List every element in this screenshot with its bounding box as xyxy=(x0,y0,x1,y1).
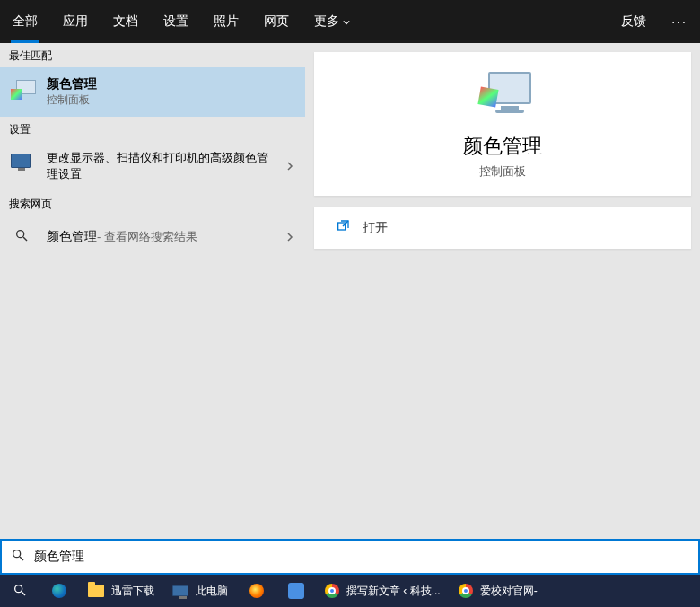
tab-label: 照片 xyxy=(214,13,239,30)
search-box[interactable] xyxy=(0,539,700,575)
detail-title: 颜色管理 xyxy=(463,133,542,160)
taskbar-blue-app[interactable] xyxy=(276,575,316,607)
detail-header-card: 颜色管理 控制面板 xyxy=(314,52,691,196)
tab-label: 应用 xyxy=(63,13,88,30)
taskbar-chrome-aixiaodui[interactable]: 爱校对官网- xyxy=(450,575,547,607)
detail-subtitle: 控制面板 xyxy=(479,163,526,180)
feedback-button[interactable]: 反馈 xyxy=(608,13,659,30)
detail-actions: 打开 xyxy=(314,207,691,249)
chevron-right-icon xyxy=(285,158,294,174)
edge-icon xyxy=(52,584,66,598)
search-icon xyxy=(13,583,27,600)
tab-apps[interactable]: 应用 xyxy=(50,0,101,43)
result-best-match[interactable]: 颜色管理 控制面板 xyxy=(0,67,305,117)
result-title: 颜色管理 xyxy=(47,229,97,245)
tab-more[interactable]: 更多 xyxy=(302,0,363,43)
open-icon xyxy=(336,219,350,236)
app-icon xyxy=(288,583,304,599)
svg-line-1 xyxy=(23,237,27,241)
taskbar-label: 撰写新文章 ‹ 科技... xyxy=(346,584,441,599)
tab-all[interactable]: 全部 xyxy=(0,0,50,43)
result-text: 颜色管理 控制面板 xyxy=(47,76,97,108)
taskbar-chrome-article[interactable]: 撰写新文章 ‹ 科技... xyxy=(316,575,450,607)
result-title: 颜色管理 xyxy=(47,76,97,92)
color-management-icon xyxy=(11,80,36,105)
result-subtitle: 控制面板 xyxy=(47,92,97,108)
tab-photos[interactable]: 照片 xyxy=(201,0,251,43)
tab-label: 更多 xyxy=(314,13,339,30)
section-header-settings: 设置 xyxy=(0,117,305,141)
svg-point-0 xyxy=(17,231,24,238)
svg-point-5 xyxy=(15,585,22,592)
tab-label: 设置 xyxy=(163,13,188,30)
tab-settings[interactable]: 设置 xyxy=(151,0,201,43)
taskbar-explorer-xunlei[interactable]: 迅雷下载 xyxy=(79,575,163,607)
svg-point-3 xyxy=(13,550,21,558)
open-label: 打开 xyxy=(363,220,388,236)
result-title: 更改显示器、扫描仪和打印机的高级颜色管理设置 xyxy=(47,150,275,182)
tab-label: 文档 xyxy=(113,13,138,30)
result-suffix: - 查看网络搜索结果 xyxy=(97,229,197,245)
result-web-search[interactable]: 颜色管理 - 查看网络搜索结果 xyxy=(0,216,305,259)
chevron-down-icon xyxy=(343,14,350,29)
result-text: 更改显示器、扫描仪和打印机的高级颜色管理设置 xyxy=(47,150,275,182)
start-search-button[interactable] xyxy=(0,575,39,607)
feedback-label: 反馈 xyxy=(621,13,646,28)
svg-line-6 xyxy=(22,592,25,595)
taskbar: 迅雷下载 此电脑 撰写新文章 ‹ 科技... 爱校对官网- xyxy=(0,575,700,607)
open-action[interactable]: 打开 xyxy=(314,207,691,249)
svg-line-4 xyxy=(20,557,23,560)
chevron-right-icon xyxy=(285,229,294,245)
color-management-icon xyxy=(474,72,531,122)
more-horizontal-icon: ··· xyxy=(671,14,687,29)
search-results-panel: 最佳匹配 颜色管理 控制面板 设置 更改显示器、扫描仪和打印机的高级颜色管理设置… xyxy=(0,43,305,539)
section-header-best-match: 最佳匹配 xyxy=(0,43,305,67)
taskbar-edge[interactable] xyxy=(39,575,79,607)
chrome-icon xyxy=(459,584,473,598)
taskbar-label: 爱校对官网- xyxy=(480,584,538,599)
chrome-icon xyxy=(325,584,339,598)
detail-panel: 颜色管理 控制面板 打开 xyxy=(305,43,700,539)
monitor-icon xyxy=(172,585,188,596)
tab-web[interactable]: 网页 xyxy=(251,0,302,43)
tab-label: 网页 xyxy=(264,13,289,30)
firefox-icon xyxy=(249,584,264,598)
search-icon xyxy=(11,548,25,566)
tab-documents[interactable]: 文档 xyxy=(101,0,151,43)
result-text: 颜色管理 - 查看网络搜索结果 xyxy=(47,229,197,245)
svg-rect-2 xyxy=(338,223,346,230)
result-advanced-color-settings[interactable]: 更改显示器、扫描仪和打印机的高级颜色管理设置 xyxy=(0,141,305,191)
taskbar-label: 此电脑 xyxy=(196,584,228,599)
overflow-menu-button[interactable]: ··· xyxy=(659,14,700,29)
search-scope-tabs: 全部 应用 文档 设置 照片 网页 更多 反馈 ··· xyxy=(0,0,700,43)
section-header-web: 搜索网页 xyxy=(0,191,305,216)
taskbar-firefox[interactable] xyxy=(237,575,276,607)
taskbar-label: 迅雷下载 xyxy=(111,584,154,599)
monitor-icon xyxy=(11,154,36,179)
search-input[interactable] xyxy=(34,541,689,573)
search-icon xyxy=(11,224,36,250)
taskbar-this-pc[interactable]: 此电脑 xyxy=(163,575,237,607)
folder-icon xyxy=(88,585,104,597)
tab-label: 全部 xyxy=(13,13,38,30)
